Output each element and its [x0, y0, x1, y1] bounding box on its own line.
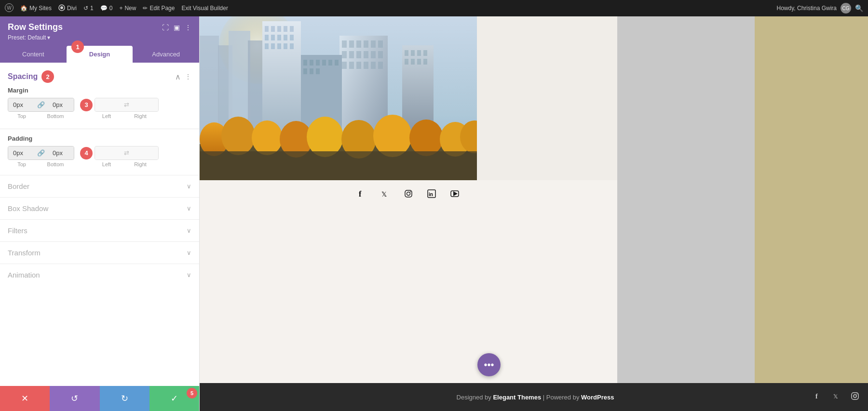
youtube-icon[interactable] [450, 189, 460, 201]
margin-link-icon[interactable]: 🔗 [34, 99, 48, 110]
animation-label: Animation [8, 271, 40, 279]
svg-text:𝕏: 𝕏 [833, 393, 838, 400]
margin-bottom-label: Bottom [41, 113, 69, 119]
svg-rect-59 [328, 60, 332, 66]
main-layout: Row Settings ⛶ ▣ ⋮ Preset: Default ▾ 1 C… [0, 16, 868, 411]
margin-padding-divider [0, 129, 199, 129]
padding-empty-link-icon[interactable]: ⇄ [121, 147, 132, 159]
padding-link-icon[interactable]: 🔗 [34, 147, 48, 159]
padding-bottom-input[interactable] [48, 146, 74, 159]
svg-rect-62 [310, 68, 313, 74]
footer-twitter-icon[interactable]: 𝕏 [832, 392, 841, 402]
redo-button[interactable]: ↻ [100, 386, 149, 411]
border-label: Border [8, 182, 29, 190]
margin-empty-link-icon[interactable]: ⇄ [121, 99, 132, 110]
exit-visual-builder-btn[interactable]: Exit Visual Builder [181, 5, 228, 12]
preset-dropdown-icon[interactable]: ▾ [47, 34, 50, 41]
facebook-icon[interactable]: f [357, 189, 367, 201]
more-options-icon[interactable]: ⋮ [185, 24, 191, 31]
svg-rect-57 [316, 60, 320, 66]
divi-menu[interactable]: Divi [58, 4, 77, 13]
undo-button[interactable]: ↺ [50, 386, 99, 411]
my-sites-menu[interactable]: 🏠 My Sites [20, 5, 52, 12]
svg-rect-58 [322, 60, 326, 66]
svg-rect-29 [356, 40, 361, 48]
svg-text:f: f [359, 190, 362, 198]
wordpress-logo[interactable]: W [5, 3, 14, 13]
tab-content[interactable]: Content [0, 46, 67, 63]
save-button[interactable]: ✓ 5 [149, 386, 199, 411]
city-image-area [200, 16, 617, 180]
elegant-themes-link[interactable]: Elegant Themes [493, 394, 541, 401]
padding-top-input[interactable] [8, 146, 34, 159]
svg-point-67 [252, 120, 283, 155]
footer-text: Designed by Elegant Themes | Powered by … [257, 394, 814, 401]
svg-rect-49 [423, 50, 427, 56]
instagram-icon[interactable] [404, 189, 413, 201]
svg-rect-51 [411, 59, 415, 65]
svg-rect-11 [265, 26, 269, 32]
transform-section[interactable]: Transform ∨ [0, 241, 199, 264]
spacing-section-title: Spacing 2 [8, 70, 54, 83]
search-icon[interactable]: 🔍 [855, 4, 863, 12]
svg-text:f: f [815, 393, 818, 400]
svg-point-71 [373, 115, 412, 157]
footer-facebook-icon[interactable]: f [814, 392, 823, 402]
svg-point-69 [307, 117, 343, 157]
padding-left-right-group: 🔗 [8, 146, 74, 160]
home-icon: 🏠 [20, 5, 27, 12]
fullscreen-icon[interactable]: ⛶ [162, 24, 169, 31]
svg-rect-52 [417, 59, 421, 65]
panel-header-top: Row Settings ⛶ ▣ ⋮ [8, 22, 191, 32]
svg-rect-75 [200, 151, 477, 180]
margin-left-label: Left [93, 113, 121, 119]
comments-counter[interactable]: 💬 0 [100, 5, 113, 12]
fab-button[interactable]: ••• [477, 353, 501, 376]
margin-right-input[interactable] [132, 98, 158, 111]
svg-rect-20 [290, 35, 294, 40]
footer-instagram-icon[interactable] [851, 392, 859, 402]
footer-social: f 𝕏 [814, 392, 859, 402]
margin-bottom-input[interactable] [48, 98, 74, 111]
cancel-button[interactable]: ✕ [0, 386, 50, 411]
border-section[interactable]: Border ∨ [0, 175, 199, 197]
panel-title: Row Settings [8, 22, 63, 32]
side-panel-tan [755, 16, 868, 383]
wordpress-link[interactable]: WordPress [581, 394, 614, 401]
svg-rect-30 [364, 40, 368, 48]
panel-body: Spacing 2 ∧ ⋮ Margin 🔗 3 [0, 63, 199, 386]
svg-point-79 [407, 192, 410, 196]
margin-top-input[interactable] [8, 98, 34, 111]
svg-point-89 [854, 395, 856, 398]
padding-bottom-label: Bottom [41, 161, 69, 167]
updates-counter[interactable]: ↺ 1 [83, 5, 94, 12]
spacing-menu-btn[interactable]: ⋮ [185, 73, 191, 80]
svg-text:𝕏: 𝕏 [381, 190, 387, 198]
twitter-icon[interactable]: 𝕏 [380, 189, 390, 201]
filters-section[interactable]: Filters ∨ [0, 219, 199, 241]
padding-top-bottom-group: ⇄ [95, 146, 159, 160]
svg-rect-15 [290, 26, 294, 32]
padding-right-input[interactable] [132, 146, 158, 159]
animation-section[interactable]: Animation ∨ [0, 264, 199, 286]
panel-header: Row Settings ⛶ ▣ ⋮ Preset: Default ▾ 1 [0, 16, 199, 46]
margin-label: Margin [8, 87, 191, 94]
svg-rect-12 [271, 26, 275, 32]
layout-icon[interactable]: ▣ [174, 24, 180, 31]
new-item-btn[interactable]: + New [119, 5, 136, 12]
linkedin-icon[interactable]: in [427, 189, 436, 201]
animation-chevron-icon: ∨ [187, 271, 191, 278]
padding-left-input[interactable] [95, 146, 121, 159]
svg-rect-19 [284, 35, 287, 40]
edit-page-btn[interactable]: ✏ Edit Page [143, 5, 175, 12]
svg-rect-22 [271, 43, 275, 49]
box-shadow-section[interactable]: Box Shadow ∨ [0, 197, 199, 219]
panel-tabs: Content Design Advanced [0, 46, 199, 63]
transform-chevron-icon: ∨ [187, 249, 191, 256]
margin-left-input[interactable] [95, 98, 121, 111]
svg-rect-40 [349, 62, 354, 69]
margin-right-label: Right [126, 113, 154, 119]
collapse-spacing-btn[interactable]: ∧ [175, 72, 181, 81]
tab-advanced[interactable]: Advanced [133, 46, 199, 63]
content-wrapper: f 𝕏 [200, 16, 868, 411]
